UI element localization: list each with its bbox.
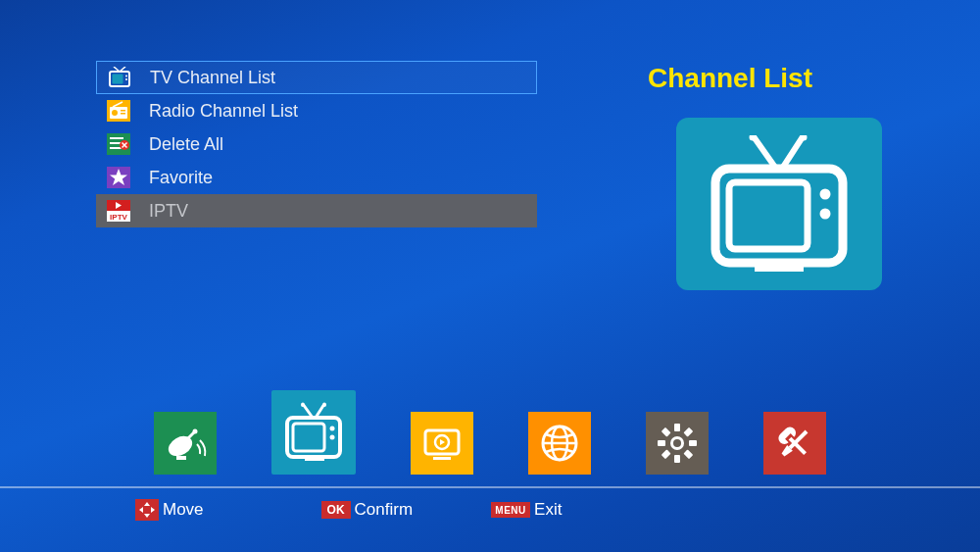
tile-tv-active[interactable] bbox=[271, 390, 356, 475]
menu-item-radio-channel-list[interactable]: Radio Channel List bbox=[96, 94, 537, 127]
tv-large-icon bbox=[706, 135, 853, 273]
svg-point-4 bbox=[125, 75, 127, 77]
svg-point-36 bbox=[193, 429, 198, 434]
menu-item-favorite[interactable]: Favorite bbox=[96, 161, 537, 194]
svg-point-32 bbox=[820, 209, 831, 220]
menu-item-label: IPTV bbox=[149, 201, 188, 222]
svg-rect-3 bbox=[113, 75, 123, 84]
svg-rect-55 bbox=[674, 424, 680, 431]
globe-icon bbox=[537, 421, 582, 466]
menu-list: TV Channel List Radio Channel List bbox=[96, 61, 537, 227]
svg-marker-69 bbox=[139, 507, 143, 513]
svg-rect-61 bbox=[662, 427, 671, 437]
svg-rect-11 bbox=[121, 113, 125, 115]
delete-icon bbox=[106, 131, 131, 157]
svg-point-31 bbox=[820, 189, 831, 200]
svg-point-41 bbox=[322, 403, 326, 407]
svg-rect-62 bbox=[683, 449, 693, 459]
tile-network[interactable] bbox=[528, 412, 591, 475]
hint-label: Exit bbox=[534, 500, 562, 520]
bottom-category-row bbox=[0, 376, 980, 475]
hint-label: Move bbox=[163, 500, 204, 520]
hint-exit: MENU Exit bbox=[491, 500, 562, 520]
svg-rect-13 bbox=[110, 137, 123, 139]
svg-rect-33 bbox=[755, 264, 804, 272]
svg-rect-43 bbox=[293, 424, 324, 451]
ok-key-icon: OK bbox=[321, 501, 351, 519]
svg-point-40 bbox=[301, 403, 305, 407]
dpad-key-icon bbox=[135, 499, 159, 521]
tile-tools[interactable] bbox=[763, 412, 826, 475]
svg-rect-37 bbox=[176, 456, 186, 460]
hint-move: Move bbox=[135, 499, 204, 521]
tv-icon bbox=[107, 65, 132, 90]
svg-point-45 bbox=[330, 435, 335, 440]
satellite-icon bbox=[163, 421, 208, 466]
menu-item-label: Delete All bbox=[149, 134, 223, 155]
svg-text:IPTV: IPTV bbox=[110, 213, 127, 222]
svg-rect-57 bbox=[658, 440, 665, 446]
svg-marker-49 bbox=[440, 439, 445, 445]
svg-rect-30 bbox=[729, 182, 808, 249]
menu-item-label: TV Channel List bbox=[150, 68, 275, 88]
svg-line-25 bbox=[753, 135, 776, 169]
svg-point-5 bbox=[125, 78, 127, 80]
category-tile-channel-list bbox=[676, 118, 882, 290]
hint-confirm: OK Confirm bbox=[321, 500, 414, 520]
svg-rect-10 bbox=[121, 110, 125, 112]
menu-item-label: Radio Channel List bbox=[149, 101, 298, 122]
svg-marker-68 bbox=[144, 514, 150, 518]
menu-item-tv-channel-list[interactable]: TV Channel List bbox=[96, 61, 537, 94]
svg-rect-59 bbox=[683, 427, 693, 437]
svg-point-44 bbox=[330, 427, 335, 431]
svg-point-63 bbox=[673, 439, 681, 447]
svg-rect-50 bbox=[433, 457, 451, 460]
menu-item-delete-all[interactable]: Delete All bbox=[96, 127, 537, 161]
gear-icon bbox=[655, 421, 700, 466]
tile-media[interactable] bbox=[411, 412, 473, 475]
svg-rect-46 bbox=[305, 457, 324, 461]
play-icon bbox=[419, 421, 465, 466]
tile-satellite[interactable] bbox=[154, 412, 217, 475]
svg-marker-67 bbox=[144, 502, 150, 506]
svg-rect-60 bbox=[662, 449, 671, 459]
menu-item-iptv[interactable]: IPTV IPTV bbox=[96, 194, 537, 227]
tv-icon bbox=[281, 402, 346, 463]
iptv-icon: IPTV bbox=[106, 198, 131, 224]
svg-point-9 bbox=[112, 110, 118, 116]
tools-icon bbox=[772, 421, 817, 466]
footer-hint-bar: Move OK Confirm MENU Exit bbox=[0, 486, 980, 531]
svg-marker-70 bbox=[151, 507, 155, 513]
svg-rect-58 bbox=[689, 440, 697, 446]
menu-item-label: Favorite bbox=[149, 168, 213, 188]
svg-rect-56 bbox=[674, 455, 680, 463]
page-title: Channel List bbox=[568, 63, 892, 94]
star-icon bbox=[106, 165, 131, 190]
tile-settings[interactable] bbox=[646, 412, 709, 475]
menu-key-icon: MENU bbox=[491, 502, 530, 518]
radio-icon bbox=[106, 98, 131, 124]
hint-label: Confirm bbox=[355, 500, 414, 520]
svg-line-26 bbox=[782, 135, 804, 169]
